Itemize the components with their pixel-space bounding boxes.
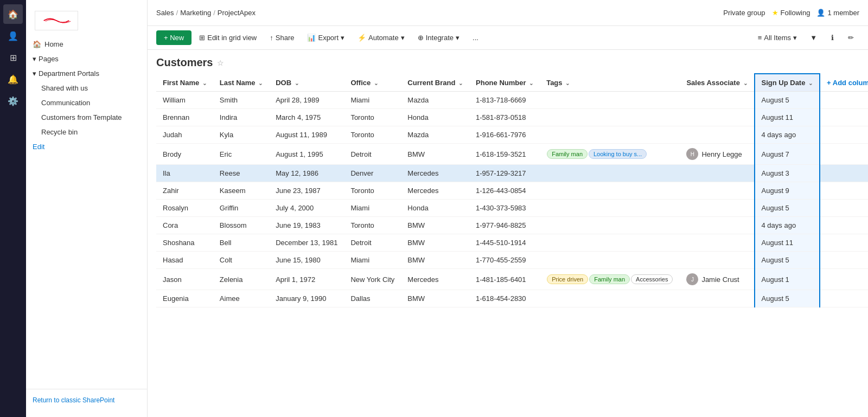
- col-tags[interactable]: Tags ⌄: [540, 74, 680, 92]
- filter-button[interactable]: ▼: [805, 30, 822, 45]
- grid-icon: ⊞: [199, 34, 205, 42]
- cell-signup: August 5: [755, 92, 820, 109]
- return-classic-link[interactable]: Return to classic SharePoint: [33, 396, 114, 404]
- sidebar-cust-tmpl-label: Customers from Template: [41, 113, 122, 121]
- cell-signup: August 9: [755, 182, 820, 200]
- cell-add: [820, 92, 868, 109]
- avatar: J: [686, 273, 698, 285]
- associate-name: Jamie Crust: [701, 275, 739, 284]
- breadcrumb: Sales / Marketing / ProjectApex: [156, 9, 256, 17]
- col-tags-label: Tags: [546, 79, 562, 87]
- table-row[interactable]: Ila Reese May 12, 1986 Denver Mercedes 1…: [156, 165, 868, 182]
- sort-icon-dob: ⌄: [295, 80, 299, 86]
- table-row[interactable]: William Smith April 28, 1989 Miami Mazda…: [156, 92, 868, 109]
- table-row[interactable]: Zahir Kaseem June 23, 1987 Toronto Merce…: [156, 182, 868, 200]
- col-office[interactable]: Office ⌄: [344, 74, 401, 92]
- cell-brand: Honda: [401, 200, 469, 217]
- cell-dob: August 1, 1995: [269, 144, 344, 165]
- sidebar-item-customers-template[interactable]: Customers from Template: [26, 110, 147, 125]
- cell-add: [820, 200, 868, 217]
- share-button[interactable]: ↑ Share: [264, 30, 299, 45]
- cell-add: [820, 144, 868, 165]
- private-group-label: Private group: [723, 9, 765, 17]
- cell-add: [820, 165, 868, 182]
- cell-brand: Mercedes: [401, 182, 469, 200]
- table-row[interactable]: Judah Kyla August 11, 1989 Toronto Mazda…: [156, 126, 868, 144]
- table-row[interactable]: Eugenia Aimee January 9, 1990 Dallas BMW…: [156, 290, 868, 307]
- cell-brand: Mazda: [401, 92, 469, 109]
- export-chevron: ▾: [341, 34, 344, 42]
- favorite-icon[interactable]: ☆: [217, 59, 224, 67]
- breadcrumb-marketing[interactable]: Marketing: [180, 9, 211, 17]
- table-row[interactable]: Brody Eric August 1, 1995 Detroit BMW 1-…: [156, 144, 868, 165]
- col-office-label: Office: [350, 79, 371, 87]
- new-button[interactable]: + New: [156, 30, 192, 45]
- left-nav: 🏠 👤 ⊞ 🔔 ⚙️: [0, 0, 26, 417]
- sidebar-recycle-label: Recycle bin: [41, 128, 78, 136]
- cell-add: [820, 234, 868, 252]
- cell-tags: [540, 126, 680, 144]
- tag: Accessories: [631, 274, 673, 284]
- sidebar-item-communication[interactable]: Communication: [26, 95, 147, 110]
- cell-phone: 1-916-661-7976: [469, 126, 540, 144]
- cell-dob: May 12, 1986: [269, 165, 344, 182]
- sidebar-edit-link[interactable]: Edit: [26, 139, 147, 154]
- cell-brand: BMW: [401, 290, 469, 307]
- sort-icon-brand: ⌄: [458, 80, 463, 86]
- cell-phone: 1-618-454-2830: [469, 290, 540, 307]
- table-container: First Name ⌄ Last Name ⌄ DOB ⌄ Office: [148, 73, 868, 417]
- col-signup[interactable]: Sign Up Date ⌄: [755, 74, 820, 92]
- person-icon: 👤: [816, 9, 825, 17]
- nav-notification-icon[interactable]: 🔔: [3, 69, 23, 89]
- table-row[interactable]: Hasad Colt June 15, 1980 Miami BMW 1-770…: [156, 252, 868, 269]
- col-phone[interactable]: Phone Number ⌄: [469, 74, 540, 92]
- customers-table: First Name ⌄ Last Name ⌄ DOB ⌄ Office: [156, 73, 868, 307]
- cell-signup: August 1: [755, 269, 820, 290]
- col-add[interactable]: + Add column ⌄: [820, 74, 868, 92]
- cell-signup: 4 days ago: [755, 217, 820, 234]
- col-associate[interactable]: Sales Associate ⌄: [680, 74, 754, 92]
- sidebar-item-home[interactable]: 🏠 Home: [26, 37, 147, 52]
- following-button[interactable]: ★ Following: [772, 9, 810, 17]
- col-first-name[interactable]: First Name ⌄: [156, 74, 213, 92]
- table-row[interactable]: Jason Zelenia April 1, 1972 New York Cit…: [156, 269, 868, 290]
- col-last-name[interactable]: Last Name ⌄: [213, 74, 269, 92]
- more-button[interactable]: ...: [467, 30, 484, 45]
- members-info: 👤 1 member: [816, 9, 859, 17]
- cell-firstname: Eugenia: [156, 290, 213, 307]
- table-row[interactable]: Cora Blossom June 19, 1983 Toronto BMW 1…: [156, 217, 868, 234]
- col-associate-label: Sales Associate: [686, 79, 740, 87]
- edit-grid-button[interactable]: ⊞ Edit in grid view: [194, 30, 262, 45]
- export-button[interactable]: 📊 Export ▾: [302, 30, 350, 45]
- table-row[interactable]: Shoshana Bell December 13, 1981 Detroit …: [156, 234, 868, 252]
- nav-profile-icon[interactable]: 👤: [3, 26, 23, 46]
- col-brand[interactable]: Current Brand ⌄: [401, 74, 469, 92]
- table-row[interactable]: Rosalyn Griffin July 4, 2000 Miami Honda…: [156, 200, 868, 217]
- automate-label: Automate: [368, 34, 399, 42]
- integrate-button[interactable]: ⊕ Integrate ▾: [412, 30, 465, 45]
- cell-firstname: Ila: [156, 165, 213, 182]
- nav-settings-icon[interactable]: ⚙️: [3, 91, 23, 111]
- cell-dob: June 15, 1980: [269, 252, 344, 269]
- sidebar-pages-header[interactable]: ▾ Pages: [26, 52, 147, 66]
- nav-apps-icon[interactable]: ⊞: [3, 48, 23, 67]
- breadcrumb-project[interactable]: ProjectApex: [218, 9, 256, 17]
- cell-office: Detroit: [344, 144, 401, 165]
- more-label: ...: [473, 34, 478, 42]
- info-button[interactable]: ℹ: [826, 30, 839, 45]
- sidebar-item-shared[interactable]: Shared with us: [26, 81, 147, 95]
- sidebar-item-recycle[interactable]: Recycle bin: [26, 125, 147, 139]
- breadcrumb-sales[interactable]: Sales: [156, 9, 174, 17]
- automate-button[interactable]: ⚡ Automate ▾: [352, 30, 410, 45]
- edit-button[interactable]: ✏: [843, 30, 859, 45]
- sidebar-dept-label: Department Portals: [39, 69, 99, 78]
- cell-phone: 1-813-718-6669: [469, 92, 540, 109]
- table-body: William Smith April 28, 1989 Miami Mazda…: [156, 92, 868, 307]
- cell-dob: March 4, 1975: [269, 109, 344, 126]
- sidebar-dept-header[interactable]: ▾ Department Portals: [26, 66, 147, 81]
- table-row[interactable]: Brennan Indira March 4, 1975 Toronto Hon…: [156, 109, 868, 126]
- nav-home-icon[interactable]: 🏠: [3, 4, 23, 24]
- page-header: Customers ☆: [148, 50, 868, 73]
- col-dob[interactable]: DOB ⌄: [269, 74, 344, 92]
- all-items-button[interactable]: ≡ All Items ▾: [754, 30, 801, 45]
